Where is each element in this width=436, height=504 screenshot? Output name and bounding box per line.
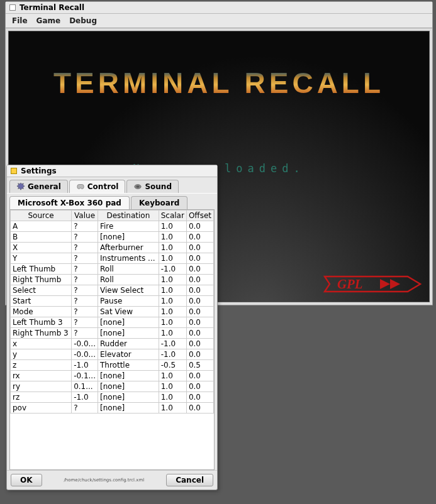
cell-off[interactable]: 0.0 bbox=[186, 349, 213, 360]
cell-dest[interactable]: [none] bbox=[98, 232, 159, 243]
cell-val[interactable]: ? bbox=[72, 232, 98, 243]
table-row[interactable]: Y?Instruments ...1.00.0 bbox=[11, 253, 214, 264]
tab-keyboard[interactable]: Keyboard bbox=[131, 196, 188, 209]
col-offset[interactable]: Offset bbox=[186, 211, 213, 221]
table-row[interactable]: ry0.1...[none]1.00.0 bbox=[11, 381, 214, 392]
cell-scale[interactable]: 1.0 bbox=[159, 285, 186, 296]
cell-off[interactable]: 0.0 bbox=[186, 232, 213, 243]
cell-src[interactable]: A bbox=[11, 221, 72, 232]
cell-off[interactable]: 0.0 bbox=[186, 253, 213, 264]
cell-off[interactable]: 0.0 bbox=[186, 392, 213, 403]
table-row[interactable]: Left Thumb?Roll-1.00.0 bbox=[11, 264, 214, 275]
cell-src[interactable]: X bbox=[11, 243, 72, 253]
cell-src[interactable]: Left Thumb bbox=[11, 264, 72, 275]
table-row[interactable]: Start?Pause1.00.0 bbox=[11, 296, 214, 307]
cell-off[interactable]: 0.0 bbox=[186, 275, 213, 285]
cell-src[interactable]: Start bbox=[11, 296, 72, 307]
table-row[interactable]: Select?View Select1.00.0 bbox=[11, 285, 214, 296]
menu-debug[interactable]: Debug bbox=[69, 16, 97, 25]
col-destination[interactable]: Destination bbox=[98, 211, 159, 221]
cell-val[interactable]: ? bbox=[72, 285, 98, 296]
cell-scale[interactable]: 1.0 bbox=[159, 392, 186, 403]
table-row[interactable]: x-0.0...Rudder-1.00.0 bbox=[11, 339, 214, 349]
cell-scale[interactable]: 1.0 bbox=[159, 381, 186, 392]
cell-off[interactable]: 0.5 bbox=[186, 360, 213, 371]
cell-scale[interactable]: -1.0 bbox=[159, 339, 186, 349]
cell-scale[interactable]: 1.0 bbox=[159, 275, 186, 285]
cell-dest[interactable]: Afterburner bbox=[98, 243, 159, 253]
cell-dest[interactable]: [none] bbox=[98, 317, 159, 328]
table-row[interactable]: Mode?Sat View1.00.0 bbox=[11, 307, 214, 317]
cell-src[interactable]: pov bbox=[11, 403, 72, 414]
cell-dest[interactable]: [none] bbox=[98, 381, 159, 392]
cell-val[interactable]: ? bbox=[72, 296, 98, 307]
table-row[interactable]: y-0.0...Elevator-1.00.0 bbox=[11, 349, 214, 360]
cell-scale[interactable]: 1.0 bbox=[159, 317, 186, 328]
cell-dest[interactable]: [none] bbox=[98, 328, 159, 339]
cell-val[interactable]: ? bbox=[72, 253, 98, 264]
cell-src[interactable]: rz bbox=[11, 392, 72, 403]
cell-val[interactable]: -0.0... bbox=[72, 349, 98, 360]
table-row[interactable]: z-1.0Throttle-0.50.5 bbox=[11, 360, 214, 371]
cell-src[interactable]: Left Thumb 3 bbox=[11, 317, 72, 328]
cell-off[interactable]: 0.0 bbox=[186, 307, 213, 317]
cell-scale[interactable]: 1.0 bbox=[159, 243, 186, 253]
cell-src[interactable]: Mode bbox=[11, 307, 72, 317]
cell-val[interactable]: -0.1... bbox=[72, 371, 98, 381]
tab-general[interactable]: General bbox=[9, 180, 68, 193]
main-titlebar[interactable]: Terminal Recall bbox=[6, 2, 432, 14]
col-scalar[interactable]: Scalar bbox=[159, 211, 186, 221]
cell-val[interactable]: ? bbox=[72, 403, 98, 414]
cell-src[interactable]: Right Thumb 3 bbox=[11, 328, 72, 339]
table-row[interactable]: Right Thumb?Roll1.00.0 bbox=[11, 275, 214, 285]
cell-dest[interactable]: Fire bbox=[98, 221, 159, 232]
cell-val[interactable]: 0.1... bbox=[72, 381, 98, 392]
menu-file[interactable]: File bbox=[12, 16, 28, 25]
table-row[interactable]: A?Fire1.00.0 bbox=[11, 221, 214, 232]
col-source[interactable]: Source bbox=[11, 211, 72, 221]
cell-val[interactable]: ? bbox=[72, 243, 98, 253]
cell-val[interactable]: ? bbox=[72, 328, 98, 339]
table-row[interactable]: rz-1.0[none]1.00.0 bbox=[11, 392, 214, 403]
cancel-button[interactable]: Cancel bbox=[166, 474, 213, 486]
cell-src[interactable]: y bbox=[11, 349, 72, 360]
cell-val[interactable]: ? bbox=[72, 307, 98, 317]
tab-xbox-pad[interactable]: Microsoft X-Box 360 pad bbox=[9, 196, 130, 209]
cell-src[interactable]: B bbox=[11, 232, 72, 243]
cell-dest[interactable]: [none] bbox=[98, 403, 159, 414]
cell-src[interactable]: Right Thumb bbox=[11, 275, 72, 285]
ok-button[interactable]: OK bbox=[11, 474, 42, 486]
table-row[interactable]: B?[none]1.00.0 bbox=[11, 232, 214, 243]
tab-sound[interactable]: Sound bbox=[126, 180, 179, 193]
table-row[interactable]: X?Afterburner1.00.0 bbox=[11, 243, 214, 253]
cell-off[interactable]: 0.0 bbox=[186, 221, 213, 232]
cell-src[interactable]: Y bbox=[11, 253, 72, 264]
cell-off[interactable]: 0.0 bbox=[186, 381, 213, 392]
cell-scale[interactable]: 1.0 bbox=[159, 232, 186, 243]
cell-scale[interactable]: 1.0 bbox=[159, 221, 186, 232]
cell-off[interactable]: 0.0 bbox=[186, 264, 213, 275]
cell-src[interactable]: rx bbox=[11, 371, 72, 381]
cell-off[interactable]: 0.0 bbox=[186, 371, 213, 381]
cell-dest[interactable]: Pause bbox=[98, 296, 159, 307]
cell-scale[interactable]: 1.0 bbox=[159, 307, 186, 317]
cell-src[interactable]: Select bbox=[11, 285, 72, 296]
settings-titlebar[interactable]: Settings bbox=[7, 165, 217, 177]
cell-scale[interactable]: 1.0 bbox=[159, 371, 186, 381]
cell-scale[interactable]: -0.5 bbox=[159, 360, 186, 371]
cell-dest[interactable]: Instruments ... bbox=[98, 253, 159, 264]
table-row[interactable]: pov?[none]1.00.0 bbox=[11, 403, 214, 414]
cell-off[interactable]: 0.0 bbox=[186, 296, 213, 307]
table-row[interactable]: Right Thumb 3?[none]1.00.0 bbox=[11, 328, 214, 339]
cell-val[interactable]: ? bbox=[72, 317, 98, 328]
cell-scale[interactable]: -1.0 bbox=[159, 349, 186, 360]
cell-dest[interactable]: Elevator bbox=[98, 349, 159, 360]
cell-scale[interactable]: 1.0 bbox=[159, 328, 186, 339]
cell-src[interactable]: x bbox=[11, 339, 72, 349]
cell-off[interactable]: 0.0 bbox=[186, 285, 213, 296]
cell-dest[interactable]: [none] bbox=[98, 392, 159, 403]
cell-dest[interactable]: [none] bbox=[98, 371, 159, 381]
cell-off[interactable]: 0.0 bbox=[186, 403, 213, 414]
cell-val[interactable]: ? bbox=[72, 275, 98, 285]
cell-src[interactable]: ry bbox=[11, 381, 72, 392]
